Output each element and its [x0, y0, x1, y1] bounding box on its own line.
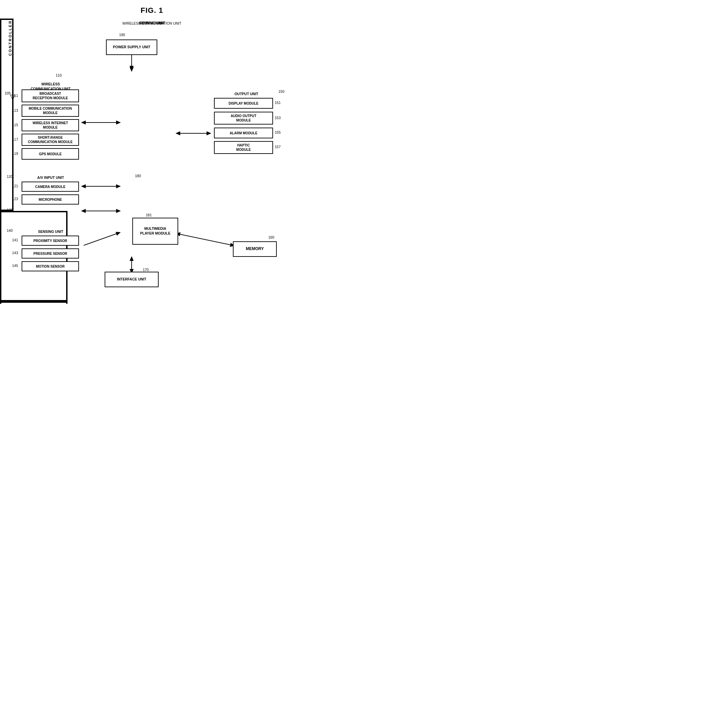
ref-120: 120: [7, 174, 13, 179]
audio-output-box: AUDIO OUTPUT MODULE: [214, 112, 273, 125]
figure-title: FIG. 1: [0, 0, 304, 15]
ref-105: 105: [5, 91, 11, 95]
memory-box: MEMORY: [233, 241, 277, 257]
ref-115: 115: [12, 123, 18, 127]
ref-111: 111: [12, 93, 18, 98]
ref-153: 153: [275, 116, 281, 120]
ref-180: 180: [135, 174, 141, 178]
ref-181: 181: [146, 213, 152, 217]
ref-141: 141: [12, 238, 18, 242]
ref-150: 150: [278, 89, 284, 94]
motion-box: MOTION SENSOR: [21, 261, 79, 271]
alarm-box: ALARM MODULE: [214, 128, 273, 138]
short-range-box: SHORT-RANGE COMMUNICATION MODULE: [21, 134, 79, 146]
av-label: A/V INPUT UNIT: [17, 176, 84, 180]
ref-121: 121: [12, 184, 18, 188]
mobile-comm-box: MOBILE COMMUNICATION MODULE: [21, 105, 79, 117]
ref-160: 160: [268, 235, 274, 240]
ref-110: 110: [56, 73, 62, 78]
multimedia-box: MULTIMEDIA PLAYER MODULE: [132, 218, 178, 245]
ref-113: 113: [12, 109, 18, 113]
gps-box: GPS MODULE: [21, 148, 79, 160]
ref-145: 145: [12, 264, 18, 268]
pressure-box: PRESSURE SENSOR: [21, 248, 79, 258]
av-outer-box: A/V INPUT UNIT: [0, 301, 67, 304]
wireless-internet-box: WIRELESS INTERNET MODULE: [21, 119, 79, 131]
broadcast-box: BROADCAST RECEPTION MODULE: [21, 89, 79, 102]
ref-130: 130: [7, 208, 13, 212]
ref-140: 140: [7, 228, 13, 233]
ref-119: 119: [12, 151, 18, 156]
interface-box: INTERFACE UNIT: [105, 272, 159, 287]
ref-123: 123: [12, 197, 18, 201]
haptic-box: HAPTIC MODULE: [214, 141, 273, 154]
ref-157: 157: [275, 145, 281, 149]
controller-box: CONTROLLER: [0, 18, 14, 211]
ref-155: 155: [275, 130, 281, 135]
power-supply-box: POWER SUPPLY UNIT: [106, 40, 157, 55]
proximity-box: PROXIMITY SENSOR: [21, 236, 79, 246]
microphone-box: MICROPHONE: [21, 194, 79, 205]
ref-117: 117: [12, 138, 18, 142]
output-label: OUTPUT UNIT: [209, 92, 283, 96]
ref-151: 151: [275, 101, 281, 105]
ref-170: 170: [143, 268, 149, 272]
camera-box: CAMERA MODULE: [21, 182, 79, 192]
display-box: DISPLAY MODULE: [214, 98, 273, 109]
ref-143: 143: [12, 251, 18, 255]
svg-line-6: [84, 233, 119, 245]
ref-190: 190: [119, 33, 125, 37]
svg-line-8: [178, 234, 233, 245]
